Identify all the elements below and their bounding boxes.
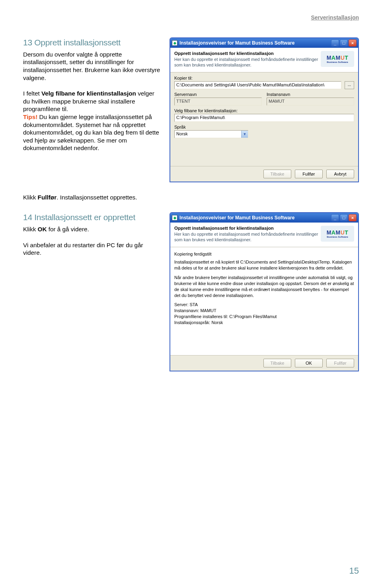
- input-instansnavn: MAMUT: [267, 98, 354, 105]
- msg-p2: Når andre brukere benytter installasjons…: [174, 275, 354, 298]
- section-14-p2: Vi anbefaler at du restarter din PC før …: [23, 241, 162, 257]
- p1-post: for å gå videre.: [47, 226, 89, 232]
- wizard-header-2: Opprett installasjonssett for klientinst…: [170, 223, 358, 247]
- section-14-heading: 14 Installasjonssett er opprettet: [23, 212, 162, 223]
- p3-post: . Installasjonssettet opprettes.: [57, 194, 137, 201]
- kv-server: Server: STA: [174, 302, 354, 308]
- ok-button[interactable]: OK: [295, 359, 323, 367]
- wizard-window-create-set: ◆ Installasjonsveiviser for Mamut Busine…: [170, 37, 359, 182]
- p1-pre: Klikk: [23, 226, 38, 232]
- wizard-form: Kopier til: C:\Documents and Settings\Al…: [170, 72, 358, 166]
- wizard-head-title-2: Opprett installasjonssett for klientinst…: [174, 226, 318, 231]
- msg-p1: Installasjonssettet er nå kopiert til C:…: [174, 259, 354, 271]
- section-13-p3: Klikk Fullfør. Installasjonssettet oppre…: [23, 193, 359, 201]
- wizard-head-title: Opprett installasjonssett for klientinst…: [174, 51, 318, 56]
- maximize-icon[interactable]: □: [340, 39, 348, 47]
- wizard-head-desc-2: Her kan du opprette et installasjonssett…: [174, 232, 318, 243]
- close-icon[interactable]: ×: [349, 39, 357, 47]
- wizard-message-body: Kopiering ferdigstilt Installasjonssette…: [170, 247, 358, 355]
- section-14-text: 14 Installasjonssett er opprettet Klikk …: [23, 212, 162, 371]
- p1-bold: OK: [38, 226, 47, 232]
- chevron-down-icon[interactable]: ▼: [241, 131, 248, 138]
- page-header-category: Serverinstallasjon: [23, 14, 359, 23]
- section-13-p1: Dersom du ovenfor valgte å opprette inst…: [23, 51, 162, 82]
- label-instansnavn: Instansnavn: [267, 92, 354, 97]
- maximize-icon[interactable]: □: [340, 214, 348, 221]
- section-13-text: 13 Opprett installasjonssett Dersom du o…: [23, 37, 162, 182]
- app-icon: ◆: [172, 40, 177, 46]
- browse-button[interactable]: ...: [345, 81, 354, 89]
- p2-pre: I feltet: [23, 90, 41, 97]
- fullfor-button[interactable]: Fullfør: [295, 170, 323, 178]
- label-kopier: Kopier til:: [174, 76, 354, 80]
- label-filbane: Velg filbane for klientinstallasjon:: [174, 108, 354, 113]
- label-servernavn: Servernavn: [174, 92, 262, 97]
- mamut-logo: MAMUT Business Software: [321, 226, 354, 242]
- section-13-p2: I feltet Velg filbane for klientinstalla…: [23, 90, 162, 152]
- input-servernavn: TTENT: [174, 98, 262, 105]
- window-title: Installasjonsveiviser for Mamut Business…: [179, 40, 330, 46]
- input-filbane[interactable]: C:\Program Files\Mamut\: [174, 114, 354, 122]
- wizard-button-row: Tilbake Fullfør Avbryt: [170, 166, 358, 182]
- window-title-2: Installasjonsveiviser for Mamut Business…: [179, 215, 330, 221]
- mamut-logo: MAMUT Business Software: [321, 51, 354, 67]
- label-sprak: Språk: [174, 125, 354, 129]
- kv-programfiler: Programfilene installeres til: C:\Progra…: [174, 314, 354, 320]
- titlebar: ◆ Installasjonsveiviser for Mamut Busine…: [170, 38, 358, 48]
- app-icon: ◆: [172, 215, 177, 221]
- avbryt-button[interactable]: Avbryt: [326, 170, 354, 178]
- input-kopier-til[interactable]: C:\Documents and Settings\All Users\Publ…: [174, 81, 341, 89]
- logo-subtitle: Business Software: [327, 236, 348, 238]
- tilbake-button: Tilbake: [263, 359, 291, 367]
- fullfor-button: Fullfør: [326, 359, 354, 367]
- wizard-head-desc: Her kan du opprette et installasjonssett…: [174, 57, 318, 68]
- section-14-p1: Klikk OK for å gå videre.: [23, 225, 162, 233]
- select-sprak[interactable]: Norsk: [174, 130, 248, 138]
- page-number: 15: [349, 566, 359, 576]
- kv-instans: Instansnavn: MAMUT: [174, 308, 354, 314]
- p3-pre: Klikk: [23, 194, 38, 201]
- wizard-button-row-2: Tilbake OK Fullfør: [170, 355, 358, 371]
- tips-text: Du kan gjerne legge installasjonssettet …: [23, 113, 159, 151]
- kv-sprak: Installasjonsspråk: Norsk: [174, 320, 354, 326]
- tilbake-button: Tilbake: [263, 170, 291, 178]
- section-13-heading: 13 Opprett installasjonssett: [23, 37, 162, 48]
- p3-bold: Fullfør: [38, 194, 57, 201]
- wizard-header: Opprett installasjonssett for klientinst…: [170, 48, 358, 72]
- wizard-window-set-created: ◆ Installasjonsveiviser for Mamut Busine…: [170, 212, 359, 371]
- logo-subtitle: Business Software: [327, 61, 348, 63]
- close-icon[interactable]: ×: [349, 214, 357, 221]
- p2-bold: Velg filbane for klientinstallasjon: [41, 90, 136, 97]
- tips-label: Tips!: [23, 113, 37, 120]
- minimize-icon[interactable]: _: [331, 214, 339, 221]
- status-label: Kopiering ferdigstilt: [174, 251, 354, 257]
- minimize-icon[interactable]: _: [331, 39, 339, 47]
- titlebar-2: ◆ Installasjonsveiviser for Mamut Busine…: [170, 213, 358, 223]
